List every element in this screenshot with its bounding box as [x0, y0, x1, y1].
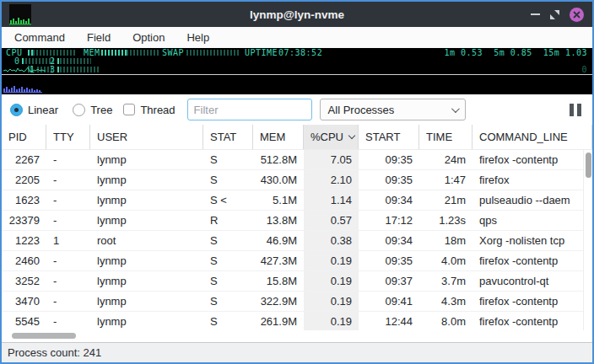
column-header-label: START	[365, 131, 400, 143]
tree-radio[interactable]	[73, 104, 85, 116]
process-scope-select[interactable]: All Processes	[320, 99, 466, 120]
table-row[interactable]: 3470-lynmpS322.9M0.1909:414.3mfirefox -c…	[2, 292, 592, 312]
menu-item-help[interactable]: Help	[176, 27, 220, 48]
cell-stat: R	[203, 211, 253, 230]
system-monitor-graph[interactable]: CPU MEM SWAP UPTIME 07:38:52 1m 0.53 5m …	[2, 48, 592, 94]
process-count: Process count: 241	[8, 346, 101, 359]
table-row[interactable]: 2205-lynmpS430.0M2.1009:351:47firefox	[2, 170, 592, 190]
cell-pid: 2205	[2, 170, 46, 190]
uptime-value: 07:38:52	[278, 49, 322, 57]
table-row[interactable]: 1623-lynmpS <5.1M1.1409:3421mpulseaudio …	[2, 190, 592, 211]
cell-start: 12:44	[359, 312, 419, 330]
tree-label: Tree	[90, 104, 112, 116]
table-row[interactable]: 23379-lynmpR13.8M0.5717:121.23sqps	[2, 211, 592, 231]
pause-button[interactable]	[570, 104, 581, 116]
cell-mem: 46.9M	[253, 231, 304, 250]
cell-mem: 261.9M	[253, 312, 304, 330]
column-header-tty[interactable]: TTY	[46, 125, 90, 149]
cell-user: lynmp	[90, 251, 203, 270]
column-header-mem[interactable]: MEM	[253, 125, 304, 149]
linear-label: Linear	[28, 104, 58, 116]
cell-tty: -	[46, 170, 90, 190]
column-header-label: TIME	[426, 131, 452, 143]
cell-cmd: firefox -contentp	[472, 150, 592, 169]
cell-cmd: firefox -contentp	[472, 251, 592, 270]
horizontal-scrollbar-thumb[interactable]	[12, 333, 76, 339]
column-header-user[interactable]: USER	[90, 125, 203, 149]
cell-start: 09:34	[359, 231, 419, 250]
cell-pid: 3252	[2, 271, 46, 291]
sort-descending-icon	[348, 132, 355, 139]
column-header-time[interactable]: TIME	[419, 125, 472, 149]
controls-toolbar: Linear Tree Thread All Processes	[2, 94, 592, 125]
cell-tty: -	[46, 211, 90, 230]
cell-pid: 2267	[2, 150, 46, 169]
cell-stat: S	[203, 150, 253, 169]
process-scope-value: All Processes	[328, 104, 451, 116]
column-header-start[interactable]: START	[359, 125, 419, 149]
cell-start: 09:35	[359, 150, 419, 169]
cell-user: lynmp	[90, 312, 203, 330]
load-average: 1m 0.53 5m 0.85 15m 1.03	[444, 49, 587, 57]
uptime-label: UPTIME	[245, 49, 278, 57]
cell-tty: -	[46, 190, 90, 210]
menu-item-field[interactable]: Field	[76, 27, 122, 48]
column-header-command-line[interactable]: COMMAND_LINE	[472, 125, 592, 149]
column-header--cpu[interactable]: %CPU	[304, 125, 359, 149]
menu-item-option[interactable]: Option	[122, 27, 176, 48]
cell-pid: 1623	[2, 190, 46, 210]
filter-input[interactable]	[187, 99, 312, 120]
monitor-separator	[2, 74, 592, 75]
column-header-label: USER	[97, 131, 127, 143]
cell-time: 1.23s	[419, 211, 472, 230]
cpu-gauge	[28, 50, 77, 56]
cell-pid: 5545	[2, 312, 46, 330]
cell-stat: S	[203, 231, 253, 250]
cell-cpu: 0.57	[304, 211, 359, 230]
minimize-icon[interactable]	[531, 13, 540, 15]
cell-mem: 427.3M	[253, 251, 304, 270]
cell-time: 3.7m	[419, 271, 472, 291]
cell-stat: S	[203, 251, 253, 270]
cell-start: 09:37	[359, 271, 419, 291]
cell-time: 18m	[419, 231, 472, 250]
cell-stat: S <	[203, 190, 253, 210]
column-header-label: MEM	[260, 131, 285, 143]
column-header-label: %CPU	[310, 131, 343, 143]
table-row[interactable]: 12231rootS46.9M0.3809:3418mXorg -noliste…	[2, 231, 592, 251]
cell-time: 1:47	[419, 170, 472, 190]
cell-user: root	[90, 231, 203, 250]
swap-counter: 0	[581, 66, 587, 74]
cell-cmd: Xorg -nolisten tcp	[472, 231, 592, 250]
table-row[interactable]: 5545-lynmpS261.9M0.1912:448.0mfirefox -c…	[2, 312, 592, 330]
column-header-label: TTY	[53, 131, 74, 143]
cell-user: lynmp	[90, 292, 203, 311]
cell-mem: 322.9M	[253, 292, 304, 311]
table-row[interactable]: 2267-lynmpS512.8M7.0509:3524mfirefox -co…	[2, 150, 592, 170]
cell-start: 09:34	[359, 190, 419, 210]
swap-label: SWAP	[162, 49, 184, 57]
column-header-stat[interactable]: STAT	[203, 125, 253, 149]
cell-cmd: qps	[472, 211, 592, 230]
thread-checkbox[interactable]	[123, 104, 135, 115]
core3-gauge	[57, 67, 100, 72]
titlebar[interactable]: lynmp@lyn-nvme	[2, 2, 592, 27]
linear-radio[interactable]	[10, 104, 23, 116]
cell-cmd: firefox -contentp	[472, 292, 592, 311]
cell-pid: 23379	[2, 211, 46, 230]
cell-pid: 1223	[2, 231, 46, 250]
restore-icon[interactable]	[549, 9, 560, 20]
close-icon[interactable]	[570, 8, 584, 22]
cpu-history-waveform	[3, 64, 46, 74]
horizontal-scrollbar[interactable]	[2, 330, 592, 342]
column-header-pid[interactable]: PID	[2, 125, 46, 149]
cell-mem: 430.0M	[253, 170, 304, 190]
table-row[interactable]: 3252-lynmpS15.8M0.1909:373.7mpavucontrol…	[2, 271, 592, 292]
table-row[interactable]: 2460-lynmpS427.3M0.1909:354.0mfirefox -c…	[2, 251, 592, 271]
menu-item-command[interactable]: Command	[3, 27, 76, 48]
cell-stat: S	[203, 292, 253, 311]
cell-start: 09:35	[359, 251, 419, 270]
vertical-scrollbar[interactable]	[583, 150, 592, 330]
vertical-scrollbar-thumb[interactable]	[586, 153, 591, 178]
cell-pid: 3470	[2, 292, 46, 311]
